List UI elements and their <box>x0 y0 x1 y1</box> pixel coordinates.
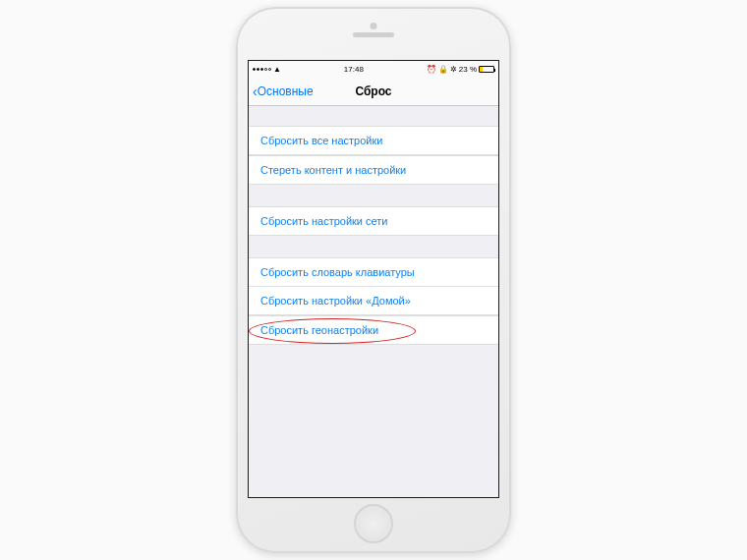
lock-icon: 🔒 <box>438 65 448 74</box>
row-label: Сбросить настройки сети <box>260 215 388 227</box>
reset-home-layout[interactable]: Сбросить настройки «Домой» <box>249 286 498 315</box>
settings-group: Сбросить настройки сети <box>249 206 498 236</box>
page-title: Сброс <box>249 84 498 98</box>
row-label: Сбросить настройки «Домой» <box>260 295 411 307</box>
status-bar: ▲ 17:48 ⏰ 🔒 ✲ 23 % <box>249 61 498 77</box>
alarm-icon: ⏰ <box>427 65 436 74</box>
phone-camera <box>371 23 377 29</box>
reset-network-settings[interactable]: Сбросить настройки сети <box>249 206 498 236</box>
bluetooth-icon: ✲ <box>450 65 457 74</box>
row-label: Стереть контент и настройки <box>260 164 406 176</box>
phone-speaker <box>353 32 394 37</box>
row-label: Сбросить все настройки <box>260 135 382 146</box>
row-label: Сбросить геонастройки <box>260 324 378 336</box>
reset-keyboard-dictionary[interactable]: Сбросить словарь клавиатуры <box>249 257 498 287</box>
home-button[interactable] <box>354 504 393 543</box>
settings-group: Сбросить словарь клавиатуры Сбросить нас… <box>249 257 498 345</box>
status-time: 17:48 <box>344 65 364 74</box>
reset-location-privacy[interactable]: Сбросить геонастройки <box>249 315 498 345</box>
phone-frame: ▲ 17:48 ⏰ 🔒 ✲ 23 % ‹ Основные Сброс Сбро… <box>236 7 511 553</box>
content: Сбросить все настройки Стереть контент и… <box>249 106 498 345</box>
screen: ▲ 17:48 ⏰ 🔒 ✲ 23 % ‹ Основные Сброс Сбро… <box>248 60 499 498</box>
erase-content-and-settings[interactable]: Стереть контент и настройки <box>249 155 498 185</box>
battery-pct: 23 % <box>459 65 477 74</box>
wifi-icon: ▲ <box>273 65 281 74</box>
row-label: Сбросить словарь клавиатуры <box>260 266 415 278</box>
nav-bar: ‹ Основные Сброс <box>249 77 498 106</box>
reset-all-settings[interactable]: Сбросить все настройки <box>249 126 498 155</box>
battery-icon <box>479 66 494 73</box>
settings-group: Сбросить все настройки Стереть контент и… <box>249 126 498 185</box>
signal-icon <box>253 68 271 71</box>
